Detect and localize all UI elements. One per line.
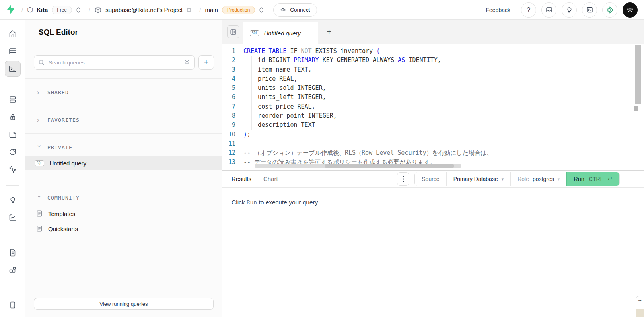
sql-badge: SQL (250, 30, 259, 36)
view-running-queries-button[interactable]: View running queries (34, 298, 214, 310)
rail-api-docs[interactable] (5, 245, 21, 261)
tab-chart[interactable]: Chart (263, 171, 278, 187)
environment-badge: Production (222, 6, 255, 14)
line-number: 4 (222, 74, 243, 84)
role-value: postgres (533, 176, 554, 182)
rail-authentication[interactable] (5, 109, 21, 125)
role-selector[interactable]: Role postgres ▾ (510, 172, 566, 186)
search-input[interactable] (48, 59, 181, 66)
rail-edge-functions[interactable] (5, 144, 21, 160)
chevron-down-icon: ▾ (502, 177, 504, 182)
branch-switcher-icon[interactable] (258, 6, 265, 14)
help-button[interactable]: ? (521, 2, 536, 18)
org-switcher-icon[interactable] (75, 6, 82, 14)
editor-tabbar: SQL Untitled query + (222, 20, 644, 44)
breadcrumb-project[interactable]: supabase@tkita.net's Project (105, 6, 183, 13)
rail-home[interactable] (5, 26, 21, 42)
rail-storage[interactable] (5, 126, 21, 142)
sql-code-editor[interactable]: 1CREATE TABLE IF NOT EXISTS inventory (2… (222, 44, 644, 170)
breadcrumb-separator: / (21, 6, 23, 13)
line-number: 3 (222, 65, 243, 74)
clipped-code-line (255, 164, 461, 168)
rail-advisors[interactable] (5, 192, 21, 208)
results-empty-message: Click Run to execute your query. (232, 199, 319, 206)
rail-logs[interactable] (5, 227, 21, 243)
organization-icon: ⬡ (27, 6, 33, 14)
account-avatar[interactable] (623, 2, 638, 18)
search-icon (38, 59, 45, 66)
rail-database[interactable] (5, 91, 21, 107)
active-query-tab[interactable]: SQL Untitled query (243, 22, 318, 44)
inbox-icon (545, 6, 553, 14)
plan-badge: Free (52, 6, 72, 14)
tab-results[interactable]: Results (232, 171, 251, 187)
connect-button[interactable]: Connect (273, 3, 317, 17)
lightbulb-button[interactable] (562, 2, 577, 18)
connect-button-label: Connect (290, 7, 310, 13)
page-title: SQL Editor (39, 28, 78, 37)
code-line: 12-- （オプション）テーブル作成後、RLS（Row Level Securi… (222, 148, 492, 158)
line-number: 2 (222, 56, 243, 65)
section-favorites-header[interactable]: › FAVORITES (25, 116, 222, 124)
plus-icon: + (327, 27, 331, 36)
chevron-right-icon: › (37, 117, 42, 123)
run-button[interactable]: Run CTRL ↵ (566, 172, 619, 186)
code-text: id BIGINT PRIMARY KEY GENERATED ALWAYS A… (243, 56, 441, 65)
new-tab-button[interactable]: + (324, 27, 334, 37)
feedback-link[interactable]: Feedback (486, 7, 510, 13)
main-area: SQL Untitled query + 1CREATE TABLE IF NO… (222, 20, 644, 317)
assistant-button[interactable] (602, 2, 617, 18)
storage-folder-icon (8, 130, 17, 139)
editor-scrollbar[interactable] (635, 45, 641, 104)
results-tabs: Results Chart (222, 171, 278, 187)
line-number: 5 (222, 84, 243, 93)
sidebar-title-row: SQL Editor (25, 20, 222, 45)
more-options-button[interactable] (397, 172, 409, 186)
expand-all-icon[interactable] (184, 59, 190, 66)
api-docs-file-icon (8, 248, 17, 257)
code-line: 11 (222, 139, 492, 148)
database-selector[interactable]: Primary Database ▾ (446, 172, 511, 186)
tab-label: Untitled query (264, 30, 301, 37)
collapse-sidebar-button[interactable] (227, 25, 239, 38)
rail-table-editor[interactable] (5, 43, 21, 59)
line-number: 1 (222, 47, 243, 56)
command-button[interactable] (582, 2, 597, 18)
code-text: ); (243, 130, 251, 139)
project-switcher-icon[interactable] (186, 6, 192, 14)
rail-sql-editor[interactable] (5, 61, 21, 77)
new-query-button[interactable]: + (198, 55, 214, 70)
section-shared-header[interactable]: › SHARED (25, 88, 222, 96)
line-number: 8 (222, 111, 243, 121)
code-text: price REAL, (243, 74, 297, 84)
community-item-templates[interactable]: Templates (25, 206, 222, 221)
rail-realtime[interactable] (5, 161, 21, 177)
floating-assistant-cut[interactable]: ⊶ (636, 296, 644, 317)
rail-reports[interactable] (5, 210, 21, 226)
code-text: units_left INTEGER, (243, 93, 326, 102)
section-community-header[interactable]: › COMMUNITY (25, 194, 222, 202)
user-icon (626, 6, 634, 14)
community-item-quickstarts[interactable]: Quickstarts (25, 222, 222, 236)
clipped-selection (325, 164, 454, 168)
source-button[interactable]: Source (415, 172, 446, 186)
code-text: units_sold INTEGER, (243, 84, 326, 93)
section-private-header[interactable]: › PRIVATE (25, 143, 222, 151)
rail-integrations[interactable] (5, 262, 21, 278)
community-item-label: Templates (48, 210, 75, 217)
auth-lock-icon (8, 113, 17, 121)
breadcrumb-separator: / (89, 6, 90, 13)
breadcrumb-branch[interactable]: main (205, 6, 218, 13)
rail-divider (6, 85, 19, 85)
inbox-button[interactable] (541, 2, 556, 18)
supabase-logo-icon[interactable] (6, 5, 16, 15)
query-list-item[interactable]: SQL Untitled query (25, 156, 222, 170)
rail-project-settings[interactable] (5, 297, 21, 313)
empty-message-pre: Click (232, 199, 247, 206)
code-lines: 1CREATE TABLE IF NOT EXISTS inventory (2… (222, 47, 492, 167)
search-box[interactable] (34, 55, 195, 70)
reports-chart-icon (8, 213, 17, 222)
breadcrumb-org[interactable]: Kita (37, 6, 48, 13)
code-line: 6 units_left INTEGER, (222, 93, 492, 102)
line-number: 6 (222, 93, 243, 102)
